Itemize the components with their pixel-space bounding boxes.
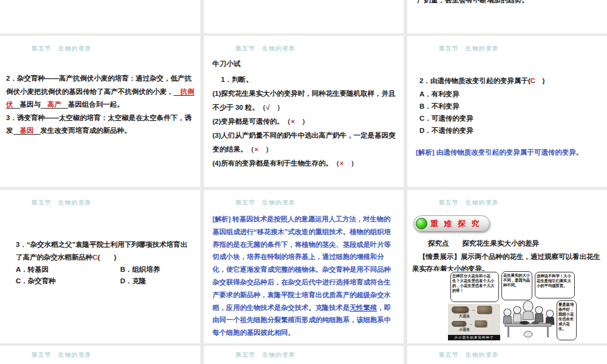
big-peanut-label: 大花生: [459, 314, 500, 318]
arrow-icon: →: [470, 307, 475, 312]
arrow-icon: →: [468, 321, 473, 326]
slide-header: 第五节 生物的变异: [32, 351, 92, 359]
option-c: C．杂交育种: [16, 277, 120, 286]
peanut-photo-panel: → 大花生 → 小花生 大小花生的果实和种子: [448, 304, 500, 340]
slide-mcq-hybrid-rice[interactable]: 第五节 生物的变异 3．“杂交水稻之父”袁隆平院士利用下列哪项技术培育出了高产的…: [0, 190, 200, 343]
slide-thumbnail-partial-5[interactable]: 第五节 生物的变异: [204, 346, 404, 364]
quiz-title: 牛刀小试: [212, 58, 240, 71]
speech-bubble-2: 花生果实的大小不同，是因为品种不同。: [501, 271, 532, 300]
slide-header: 第五节 生物的变异: [236, 351, 296, 359]
answer-mark: ×: [254, 146, 259, 153]
quiz-intro: 1．判断。: [221, 73, 253, 87]
point-text: 探究花生果实大小的差异: [463, 240, 540, 247]
green-dot-icon: [416, 218, 427, 229]
slide-thumbnail-partial-4[interactable]: 第五节 生物的变异: [0, 346, 200, 364]
family-table-scene-graphic: [499, 299, 557, 342]
option-c: C．可遗传的变异: [419, 112, 473, 124]
slide-judgment-quiz[interactable]: 第五节 生物的变异 牛刀小试 1．判断。 (1)探究花生果实大小的变异时，同种花…: [204, 36, 404, 187]
big-peanut-row: →: [452, 306, 500, 314]
slide-header: 第五节 生物的变异: [32, 45, 92, 53]
small-peanut-label: 小花生: [459, 328, 500, 332]
breeding-p2-tail: 基因组合到一起。: [68, 101, 124, 108]
answer-blank-2: 高产: [41, 101, 68, 109]
peanut-cluster-icon: [475, 320, 487, 327]
option-a: A．转基因: [16, 265, 120, 274]
slide-thumbnail-partial-6[interactable]: 第五节 生物的变异: [407, 346, 607, 364]
answer-letter: C: [93, 254, 98, 261]
speech-bubble-4: 要是栽培条件好，我想小花生也会长成大花生。: [557, 300, 577, 340]
exploration-point-line: 探究点探究花生果实大小的差异: [428, 237, 539, 251]
breeding-p3-tail: 发生改变而培育成的新品种。: [41, 127, 132, 134]
option-b: B．组织培养: [120, 265, 189, 274]
answer-letter: C: [531, 77, 535, 84]
slide-header: 第五节 生物的变异: [439, 199, 499, 207]
peanut-cluster-icon: [477, 306, 492, 314]
breeding-p2-text: 2．杂交育种——高产抗倒伏小麦的培育：通过杂交，低产抗倒伏小麦把抗倒伏的基因传给…: [6, 75, 191, 95]
slide-thumbnail-partial-3[interactable]: 产奶量，甚至会有不断增加的趋势。: [407, 0, 607, 33]
peanut-pod-icon: [452, 321, 466, 326]
slide-mcq-variation-type[interactable]: 第五节 生物的变异 2．由遗传物质改变引起的变异属于(C ) A．有利变异 B．…: [407, 36, 607, 187]
answer-blank-3: 基因: [13, 127, 41, 135]
slide-thumbnail-partial-2[interactable]: [204, 0, 404, 33]
option-d: D．不遗传的变异: [419, 124, 473, 136]
point-label: 探究点: [428, 240, 449, 247]
mcq2-options: A．有利变异 B．不利变异 C．可遗传的变异 D．不遗传的变异: [419, 88, 473, 136]
quiz-item: (2)变异都是可遗传的。（× ）: [212, 115, 396, 129]
breeding-paragraphs: 2．杂交育种——高产抗倒伏小麦的培育：通过杂交，低产抗倒伏小麦把抗倒伏的基因传给…: [6, 72, 194, 138]
slide-thumbnail-partial-1[interactable]: [0, 0, 200, 33]
slide-analysis-biotech[interactable]: 第五节 生物的变异 [解析] 转基因技术是按照人的意愿运用人工方法，对生物的基因…: [204, 190, 404, 343]
quiz-item: (1)探究花生果实大小的变异时，同种花生要随机取样，并且不少于 30 粒。（√ …: [212, 87, 396, 115]
speech-bubble-1: 怎样区分大花生和小花生？大花生里也有个儿小的，小花生里也有个儿大的呀！: [450, 272, 499, 302]
mcq3-question: 3．“杂交水稻之父”袁隆平院士利用下列哪项技术培育出了高产的杂交水稻新品种C( …: [16, 238, 189, 264]
breeding-p2-mid: 基因与: [20, 101, 41, 108]
answer-mark: ×: [291, 118, 295, 125]
highlighted-term: 无性繁殖: [350, 304, 377, 312]
mcq2-question: 2．由遗传物质改变引起的变异属于(C ): [419, 75, 602, 88]
quiz-item-list: (1)探究花生果实大小的变异时，同种花生要随机取样，并且不少于 30 粒。（√ …: [212, 87, 396, 170]
option-d: D．克隆: [120, 277, 189, 286]
small-peanut-row: →: [452, 320, 500, 327]
slide-header: 第五节 生物的变异: [236, 45, 296, 53]
speech-bubble-3: 这样说不科学！大小花生是指它们果实大小的平均值而言。: [535, 272, 575, 298]
key-difficult-exploration-badge: 重 难 探 究: [413, 215, 490, 232]
slide-header: 第五节 生物的变异: [439, 351, 499, 359]
slide-header: 第五节 生物的变异: [439, 45, 499, 53]
badge-label: 重 难 探 究: [430, 218, 481, 229]
peanut-cartoon-illustration: 怎样区分大花生和小花生？大花生里也有个儿小的，小花生里也有个儿大的呀！ 花生果实…: [435, 271, 577, 342]
peanut-panel-caption: 大小花生的果实和种子: [448, 335, 500, 340]
analysis-text: [解析] 由遗传物质改变引起的变异属于可遗传的变异。: [416, 146, 601, 158]
slide-header: 第五节 生物的变异: [236, 199, 296, 207]
peanut-pod-icon: [452, 306, 469, 313]
clipped-text-fragment: 产奶量，甚至会有不断增加的趋势。: [417, 0, 529, 4]
option-b: B．不利变异: [419, 100, 473, 112]
quiz-item: (3)人们从产奶量不同的奶牛中选出高产奶牛，一定是基因突变的结果。（× ）: [212, 129, 396, 157]
slide-sorter-canvas: 产奶量，甚至会有不断增加的趋势。 第五节 生物的变异 2．杂交育种——高产抗倒伏…: [0, 0, 607, 364]
mcq3-options: A．转基因 B．组织培养 C．杂交育种 D．克隆: [16, 265, 189, 286]
option-a: A．有利变异: [419, 88, 473, 100]
slide-header: 第五节 生物的变异: [32, 199, 92, 207]
slide-key-exploration[interactable]: 第五节 生物的变异 重 难 探 究 探究点探究花生果实大小的差异 【情景展示】展…: [407, 190, 607, 343]
analysis-paragraph: [解析] 转基因技术是按照人的意愿运用人工方法，对生物的基因组成进行“移花接木”…: [212, 213, 395, 339]
quiz-item: (4)所有的变异都是有利于生物生存的。（× ）: [212, 157, 396, 170]
slide-breeding-methods[interactable]: 第五节 生物的变异 2．杂交育种——高产抗倒伏小麦的培育：通过杂交，低产抗倒伏小…: [0, 36, 200, 187]
